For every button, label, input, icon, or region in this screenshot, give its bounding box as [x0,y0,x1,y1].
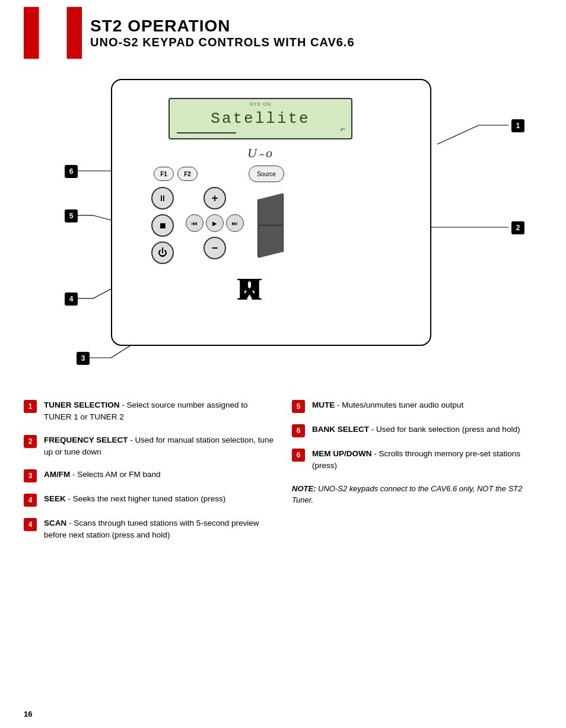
minus-button[interactable]: − [203,237,226,259]
item-3-text: AM/FM - Selects AM or FM band [44,469,161,481]
item-2-badge: 2 [24,435,37,448]
item-4a-block: 4 SEEK - Seeks the next higher tuned sta… [24,493,274,507]
item-5-block: 5 MUTE - Mutes/unmutes tuner audio outpu… [292,399,542,413]
right-controls-col [256,187,285,264]
lcd-sys-on-label: SYS ON [250,101,271,107]
callout-3: 3 [77,352,90,365]
item-6a-desc: - Used for bank selection (press and hol… [369,425,520,434]
diagram-area: 1 2 3 4 5 6 SYS ON Satellite ⌐ U⌢o F1 F2… [40,67,526,382]
item-4b-text: SCAN - Scans through tuned stations with… [44,517,274,542]
item-3-label: AM/FM [44,470,70,479]
page-title: ST2 OPERATION [90,17,355,36]
item-4b-label: SCAN [44,519,66,527]
item-3-block: 3 AM/FM - Selects AM or FM band [24,469,274,482]
item-1-text: TUNER SELECTION - Select source number a… [44,399,274,424]
play-button[interactable]: ▶ [206,214,224,232]
item-1-badge: 1 [24,400,37,413]
item-4a-desc: - Seeks the next higher tuned station (p… [66,494,225,503]
item-6a-block: 6 BANK SELECT - Used for bank selection … [292,424,542,437]
note-block: NOTE: UNO-S2 keypads connect to the CAV6… [292,483,542,506]
callout-2: 2 [511,221,524,234]
item-4a-badge: 4 [24,494,37,507]
page-header: ▌▐ ST2 OPERATION UNO-S2 KEYPAD CONTROLS … [0,0,566,55]
callout-6: 6 [65,165,78,178]
pause-button[interactable]: ⏸ [151,187,174,209]
note-text: UNO-S2 keypads connect to the CAV6.6 onl… [292,484,523,505]
item-6a-text: BANK SELECT - Used for bank selection (p… [312,424,520,435]
f2-button[interactable]: F2 [177,167,198,181]
item-5-text: MUTE - Mutes/unmutes tuner audio output [312,399,463,411]
volume-up[interactable] [257,193,284,225]
item-2-label: FREQUENCY SELECT [44,435,128,444]
item-6a-label: BANK SELECT [312,425,369,434]
item-3-desc: - Selects AM or FM band [70,470,160,479]
center-controls-col: + ⏮ ▶ ⏭ − [186,187,244,264]
f1-button[interactable]: F1 [154,167,174,181]
stop-button[interactable]: ⏹ [151,214,174,237]
item-4b-badge: 4 [24,518,37,531]
callout-5: 5 [65,209,78,222]
source-button[interactable]: Source [249,166,284,182]
volume-down[interactable] [257,225,284,258]
callout-1: 1 [511,119,524,132]
item-4b-block: 4 SCAN - Scans through tuned stations wi… [24,517,274,542]
item-6a-badge: 6 [292,424,305,437]
item-6b-text: MEM UP/DOWN - Scrolls through memory pre… [312,448,542,472]
svg-line-0 [437,125,479,144]
item-5-badge: 5 [292,400,305,413]
transport-row: ⏮ ▶ ⏭ [186,214,244,232]
item-4a-label: SEEK [44,494,66,503]
volume-rocker[interactable] [256,193,285,258]
callout-4: 4 [65,293,78,306]
page-number: 16 [24,710,32,719]
left-items-col: 1 TUNER SELECTION - Select source number… [24,399,274,552]
item-6b-badge: 6 [292,449,305,462]
item-1-label: TUNER SELECTION [44,400,120,409]
note-bold: NOTE: [292,484,316,493]
item-6b-label: MEM UP/DOWN [312,449,372,458]
item-1-block: 1 TUNER SELECTION - Select source number… [24,399,274,424]
prev-button[interactable]: ⏮ [186,214,203,232]
content-area: 1 TUNER SELECTION - Select source number… [0,393,566,564]
item-6b-block: 6 MEM UP/DOWN - Scrolls through memory p… [292,448,542,472]
lcd-display: SYS ON Satellite ⌐ [168,98,352,139]
item-5-label: MUTE [312,400,335,409]
lcd-text: Satellite [211,110,310,128]
device-panel: SYS ON Satellite ⌐ U⌢o F1 F2 Source ⏸ ⏹ [111,79,431,346]
uno-logo: U⌢o [148,145,373,161]
keypad-inner: SYS ON Satellite ⌐ U⌢o F1 F2 Source ⏸ ⏹ [148,98,373,329]
rr-logo: R R [148,269,373,311]
item-2-text: FREQUENCY SELECT - Used for manual stati… [44,434,274,459]
lcd-underline [177,132,236,133]
power-button[interactable]: ⏻ [151,241,174,264]
function-buttons-row: F1 F2 Source [148,166,373,182]
item-5-desc: - Mutes/unmutes tuner audio output [335,400,463,409]
header-bracket-icon: ▌▐ [24,13,80,49]
page-subtitle: UNO-S2 KEYPAD CONTROLS WITH CAV6.6 [90,36,355,49]
left-controls-col: ⏸ ⏹ ⏻ [151,187,174,264]
item-4a-text: SEEK - Seeks the next higher tuned stati… [44,493,225,505]
lcd-corner-icon: ⌐ [341,124,345,133]
item-2-block: 2 FREQUENCY SELECT - Used for manual sta… [24,434,274,459]
next-button[interactable]: ⏭ [226,214,244,232]
plus-button[interactable]: + [203,187,226,209]
controls-area: ⏸ ⏹ ⏻ + ⏮ ▶ ⏭ − [148,187,373,264]
item-4b-desc: - Scans through tuned stations with 5-se… [44,519,259,539]
item-3-badge: 3 [24,469,37,482]
header-text-block: ST2 OPERATION UNO-S2 KEYPAD CONTROLS WIT… [90,17,355,49]
right-items-col: 5 MUTE - Mutes/unmutes tuner audio outpu… [292,399,542,552]
